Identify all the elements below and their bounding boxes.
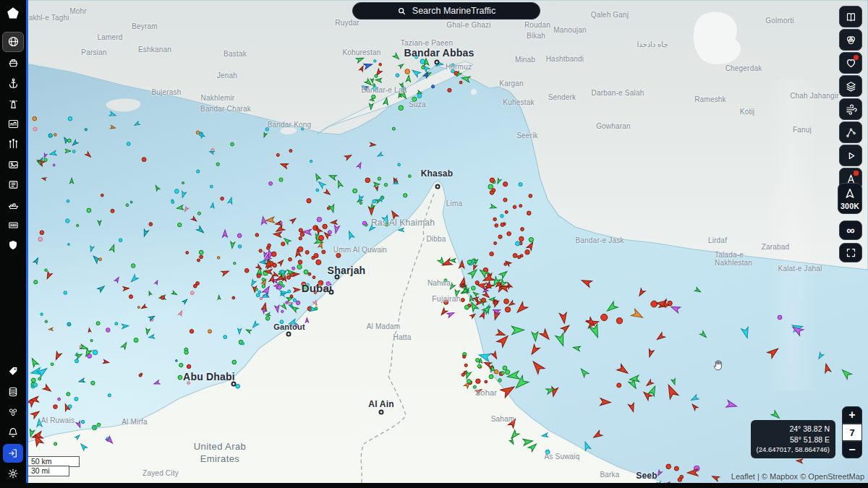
zoom-in-button[interactable]: + (842, 406, 862, 424)
marinetraffic-logo[interactable] (4, 4, 22, 23)
sidebar-item-news[interactable] (3, 176, 23, 194)
attribution-separator2: © (798, 472, 808, 481)
sidebar-item-shield[interactable] (3, 236, 23, 254)
fullscreen-button[interactable] (839, 243, 862, 262)
longitude-dm: 58° 51.88 E (757, 435, 830, 445)
map-layers-button[interactable] (839, 75, 862, 97)
map-toolbar (839, 6, 862, 189)
screen-bottom-bezel (0, 483, 868, 488)
ship-front-icon (7, 57, 20, 69)
scale-imperial: 30 mi (27, 466, 69, 476)
anchor-icon (7, 77, 20, 90)
screen: Nakhl-e TaghiMohrLamerdBeyramParsianEshk… (0, 0, 868, 488)
apps-gears-icon (7, 406, 19, 418)
sidebar-item-sign-in[interactable] (3, 444, 23, 463)
attribution-mapbox-link[interactable]: Mapbox (770, 472, 798, 481)
vessel-count-label: 300K (841, 202, 859, 210)
sidebar-item-settings[interactable] (3, 465, 23, 483)
infinite-mode-button[interactable]: ∞ (839, 221, 862, 240)
coordinates-decimal: (24.647017, 58.864746) (757, 445, 830, 454)
vessel-markers[interactable] (0, 0, 868, 488)
fullscreen-icon (846, 247, 856, 258)
vessel-count-panel[interactable]: 300K (838, 183, 862, 214)
playback-button[interactable] (839, 145, 862, 166)
lighthouse-icon (7, 98, 20, 110)
sidebar-item-stations[interactable] (3, 95, 23, 113)
shield-icon (7, 239, 19, 251)
tag-icon (7, 366, 19, 377)
app-sidebar (0, 0, 26, 488)
globe-icon (7, 35, 20, 48)
sidebar-item-notifications[interactable] (3, 424, 23, 442)
coordinates-panel: 24° 38.82 N 58° 51.88 E (24.647017, 58.8… (751, 420, 835, 458)
favorites-badge (854, 55, 859, 60)
latitude-dm: 24° 38.82 N (757, 424, 830, 435)
attribution-osm-link[interactable]: OpenStreetMap (808, 472, 864, 481)
search-icon (397, 7, 407, 16)
map-attribution: Leaflet | © Mapbox © OpenStreetMap (731, 472, 864, 481)
sidebar-item-ais-stations[interactable] (3, 135, 23, 153)
antenna-icon (7, 138, 20, 150)
sidebar-item-apps[interactable] (3, 403, 23, 421)
settings-gear-icon (7, 468, 19, 479)
sidebar-item-containers[interactable] (3, 216, 23, 234)
cursor-hand-icon (712, 358, 726, 374)
port-card-icon (7, 118, 20, 130)
sidebar-item-photos[interactable] (3, 155, 23, 174)
scale-bar: 50 km 30 mi (27, 456, 80, 476)
map-canvas[interactable]: Nakhl-e TaghiMohrLamerdBeyramParsianEshk… (0, 0, 868, 488)
favorites-button[interactable] (839, 52, 862, 74)
search-placeholder: Search MarineTraffic (412, 6, 495, 16)
news-icon (7, 179, 20, 191)
zoom-control: + 7 − (842, 406, 862, 458)
ship-side-icon (7, 199, 20, 211)
sign-in-icon (7, 448, 19, 459)
zoom-out-button[interactable]: − (842, 441, 862, 458)
attribution-separator: | © (755, 472, 770, 481)
sidebar-item-fleet[interactable] (3, 196, 23, 214)
sidebar-item-vessels[interactable] (3, 54, 23, 72)
infinity-icon: ∞ (846, 225, 854, 236)
bell-icon (7, 427, 19, 438)
attribution-leaflet-link[interactable]: Leaflet (731, 472, 755, 481)
photos-icon (7, 158, 20, 171)
sidebar-item-tags[interactable] (3, 363, 23, 381)
weather-wind-button[interactable] (839, 98, 862, 120)
database-icon (7, 386, 19, 398)
sidebar-item-explore-globe[interactable] (2, 32, 24, 52)
search-input[interactable]: Search MarineTraffic (352, 2, 540, 20)
container-barcode-icon (7, 219, 20, 231)
past-track-lock-badge (854, 171, 859, 176)
zoom-level-indicator: 7 (842, 424, 862, 441)
nav-arrow-icon (843, 187, 856, 200)
sidebar-item-ports[interactable] (3, 74, 23, 93)
guide-book-button[interactable] (839, 6, 862, 27)
sidebar-accent-divider (26, 0, 28, 488)
map-filters-button[interactable] (839, 29, 862, 51)
sidebar-item-port-congestion[interactable] (3, 115, 23, 133)
sidebar-item-data[interactable] (3, 383, 23, 401)
measure-distance-button[interactable] (839, 121, 862, 143)
